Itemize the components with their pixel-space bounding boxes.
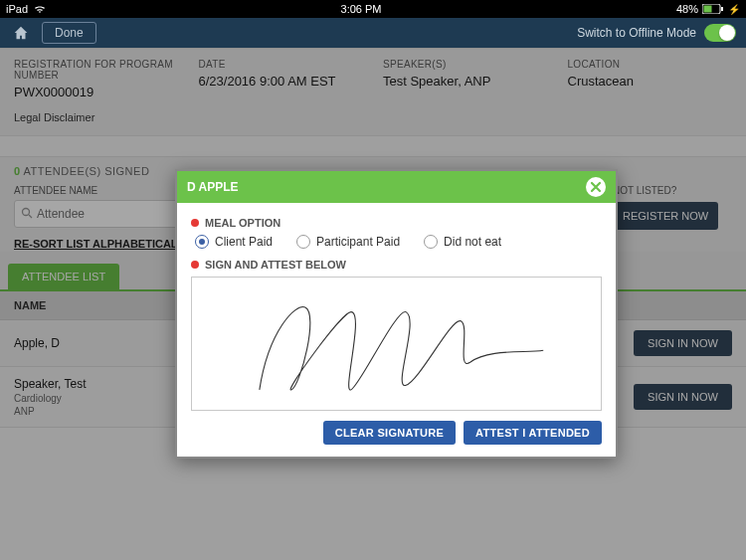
modal-title: D APPLE xyxy=(187,180,586,194)
battery-percent: 48% xyxy=(676,3,698,15)
meal-option-group: Client Paid Participant Paid Did not eat xyxy=(195,235,602,249)
done-button[interactable]: Done xyxy=(42,22,96,44)
status-time: 3:06 PM xyxy=(46,3,676,15)
battery-icon xyxy=(702,4,724,14)
meal-option-client-paid[interactable]: Client Paid xyxy=(195,235,273,249)
required-dot-icon xyxy=(191,261,199,269)
nav-bar: Done Switch to Offline Mode xyxy=(0,18,746,48)
status-bar: iPad 3:06 PM 48% ⚡ xyxy=(0,0,746,18)
meal-option-label: MEAL OPTION xyxy=(191,217,602,229)
meal-option-participant-paid[interactable]: Participant Paid xyxy=(296,235,400,249)
close-button[interactable] xyxy=(586,177,606,197)
radio-label: Participant Paid xyxy=(316,235,400,249)
app-root: iPad 3:06 PM 48% ⚡ Done Switch to Offlin… xyxy=(0,0,746,560)
clear-signature-button[interactable]: CLEAR SIGNATURE xyxy=(323,421,456,445)
required-dot-icon xyxy=(191,219,199,227)
offline-mode-label: Switch to Offline Mode xyxy=(577,26,696,40)
status-left: iPad xyxy=(6,3,46,15)
home-button[interactable] xyxy=(10,22,32,44)
svg-rect-1 xyxy=(704,6,712,13)
sign-attest-label: SIGN AND ATTEST BELOW xyxy=(191,259,602,271)
signature-svg xyxy=(213,284,581,404)
modal-header: D APPLE xyxy=(177,171,616,203)
signature-modal: D APPLE MEAL OPTION Client Paid Particip… xyxy=(175,169,618,459)
attest-attended-button[interactable]: ATTEST I ATTENDED xyxy=(464,421,602,445)
signature-pad[interactable] xyxy=(191,277,602,411)
offline-mode-toggle[interactable] xyxy=(704,24,736,42)
status-right: 48% ⚡ xyxy=(676,3,740,15)
wifi-icon xyxy=(34,4,46,14)
radio-label: Did not eat xyxy=(444,235,501,249)
svg-rect-2 xyxy=(721,7,723,11)
radio-label: Client Paid xyxy=(215,235,273,249)
meal-option-did-not-eat[interactable]: Did not eat xyxy=(424,235,501,249)
device-label: iPad xyxy=(6,3,28,15)
bolt-icon: ⚡ xyxy=(728,4,740,15)
